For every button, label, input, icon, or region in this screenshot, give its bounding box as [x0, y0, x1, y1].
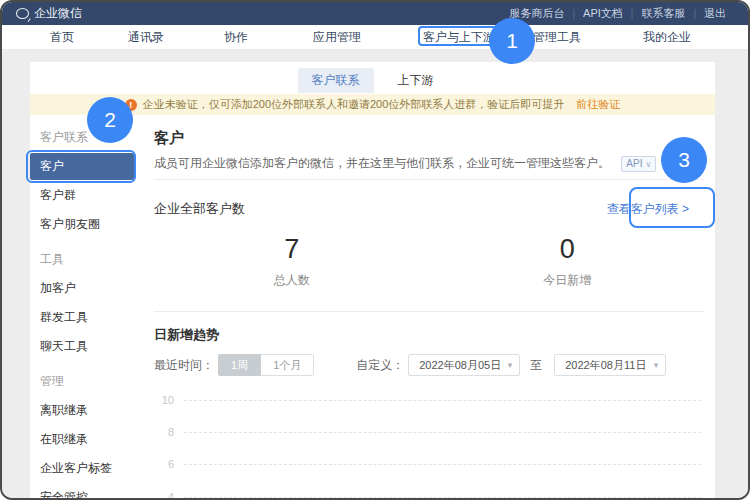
sidebar: 客户联系 客户 客户群 客户朋友圈 工具 加客户 群发工具 聊天工具 管理 离职…	[30, 115, 142, 500]
content-panel: 客户联系 上下游 ! 企业未验证，仅可添加200位外部联系人和邀请200位外部联…	[30, 62, 715, 500]
sidebar-item-customers[interactable]: 客户	[30, 153, 134, 180]
verification-banner: ! 企业未验证，仅可添加200位外部联系人和邀请200位外部联系人进群，验证后即…	[30, 94, 715, 115]
sidebar-item-onjob-inherit[interactable]: 在职继承	[30, 425, 142, 454]
gridline-6: 6	[154, 464, 701, 465]
divider	[154, 179, 705, 180]
divider	[154, 311, 705, 312]
stat-total-value: 7	[154, 232, 430, 266]
main-content: 客户 成员可用企业微信添加客户的微信，并在这里与他们联系，企业可统一管理这些客户…	[142, 115, 715, 500]
app-window: 企业微信 服务商后台 | API文档 | 联系客服 | 退出 首页 通讯录 协作…	[0, 0, 750, 500]
sub-tabs: 客户联系 上下游	[30, 62, 715, 94]
gridline-8: 8	[154, 432, 701, 433]
view-customer-list-link[interactable]: 查看客户列表 >	[607, 201, 689, 218]
step-2-badge: 2	[87, 97, 133, 143]
recent-time-label: 最近时间：	[154, 357, 214, 374]
stat-total-label: 总人数	[154, 272, 430, 289]
date-from-select[interactable]: 2022年08月05日	[408, 354, 520, 376]
gridline	[184, 400, 701, 401]
gridline-10: 10	[154, 400, 701, 401]
sidebar-section-management: 管理	[30, 367, 142, 396]
range-month-button[interactable]: 1个月	[261, 354, 314, 376]
sidebar-item-add-customer[interactable]: 加客户	[30, 274, 142, 303]
description-text: 成员可用企业微信添加客户的微信，并在这里与他们联系，企业可统一管理这些客户。	[154, 156, 610, 170]
step-3-badge: 3	[661, 137, 707, 183]
y-tick-8: 8	[156, 426, 174, 438]
date-to-select[interactable]: 2022年08月11日	[554, 354, 666, 376]
sidebar-item-customer-moments[interactable]: 客户朋友圈	[30, 210, 142, 239]
topbar-links: 服务商后台 | API文档 | 联系客服 | 退出	[501, 6, 734, 21]
main-nav: 首页 通讯录 协作 应用管理 客户与上下游 管理工具 我的企业	[2, 25, 748, 50]
nav-customers-upstream[interactable]: 客户与上下游	[423, 25, 495, 50]
trend-controls: 最近时间： 1周 1个月 自定义： 2022年08月05日 至 2022年08月…	[154, 354, 705, 376]
range-toggle: 1周 1个月	[218, 354, 314, 376]
topbar: 企业微信 服务商后台 | API文档 | 联系客服 | 退出	[2, 2, 748, 25]
sidebar-section-tools: 工具	[30, 245, 142, 274]
link-contact-support[interactable]: 联系客服	[633, 6, 693, 21]
sidebar-item-customer-tags[interactable]: 企业客户标签	[30, 454, 142, 483]
sidebar-item-chat-tool[interactable]: 聊天工具	[30, 332, 142, 361]
step-1-badge: 1	[489, 18, 535, 64]
go-verify-link[interactable]: 前往验证	[576, 97, 620, 112]
app-logo-text: 企业微信	[34, 5, 82, 22]
nav-collaboration[interactable]: 协作	[224, 25, 248, 50]
link-api-docs[interactable]: API文档	[575, 6, 631, 21]
stat-total: 7 总人数	[154, 232, 430, 289]
stat-new-today-value: 0	[430, 232, 706, 266]
stat-new-today-label: 今日新增	[430, 272, 706, 289]
gridline	[184, 432, 701, 433]
nav-management-tools[interactable]: 管理工具	[533, 25, 581, 50]
gridline-4: 4	[154, 497, 701, 498]
page-title: 客户	[154, 129, 705, 149]
banner-text: 企业未验证，仅可添加200位外部联系人和邀请200位外部联系人进群，验证后即可提…	[143, 97, 565, 112]
nav-app-management[interactable]: 应用管理	[313, 25, 361, 50]
range-week-button[interactable]: 1周	[218, 354, 261, 376]
tab-customer-contact[interactable]: 客户联系	[298, 68, 374, 93]
sidebar-item-mass-message-tool[interactable]: 群发工具	[30, 303, 142, 332]
trend-title: 日新增趋势	[154, 326, 705, 342]
chat-bubble-icon	[16, 8, 29, 19]
app-logo[interactable]: 企业微信	[16, 5, 82, 22]
y-tick-6: 6	[156, 458, 174, 470]
body-row: 客户联系 客户 客户群 客户朋友圈 工具 加客户 群发工具 聊天工具 管理 离职…	[30, 115, 715, 500]
stat-new-today: 0 今日新增	[430, 232, 706, 289]
to-label: 至	[530, 357, 542, 374]
custom-range-label: 自定义：	[356, 357, 404, 374]
nav-home[interactable]: 首页	[50, 25, 74, 50]
tab-upstream-downstream[interactable]: 上下游	[384, 68, 448, 93]
stats-title: 企业全部客户数	[154, 200, 245, 218]
stats-header: 企业全部客户数 查看客户列表 >	[154, 200, 705, 218]
trend-chart: 10 8 6 4	[154, 400, 705, 500]
sidebar-item-security-control[interactable]: 安全管控	[30, 483, 142, 500]
api-dropdown-button[interactable]: API	[621, 156, 656, 172]
sidebar-item-resigned-inherit[interactable]: 离职继承	[30, 396, 142, 425]
y-tick-10: 10	[156, 394, 174, 406]
gridline	[184, 497, 701, 498]
stats-row: 7 总人数 0 今日新增	[154, 232, 705, 289]
link-logout[interactable]: 退出	[696, 6, 734, 21]
nav-my-company[interactable]: 我的企业	[643, 25, 691, 50]
sidebar-item-customer-groups[interactable]: 客户群	[30, 181, 142, 210]
y-tick-4: 4	[156, 491, 174, 500]
nav-contacts[interactable]: 通讯录	[128, 25, 164, 50]
page-description: 成员可用企业微信添加客户的微信，并在这里与他们联系，企业可统一管理这些客户。 A…	[154, 155, 705, 171]
gridline	[184, 464, 701, 465]
